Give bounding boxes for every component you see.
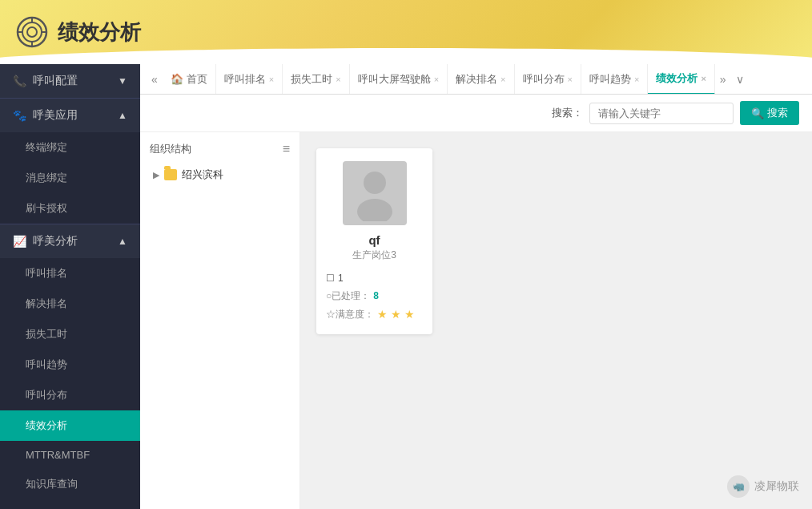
sidebar-item-call-dist[interactable]: 呼叫分布 xyxy=(0,380,140,410)
sidebar-item-lifecycle[interactable]: 事件全生命周期查询 xyxy=(0,499,140,509)
phone-icon: 📞 xyxy=(13,75,26,87)
person-stats: ☐ 1 ○已处理： 8 ☆满意度： ★ ★ ★ xyxy=(326,270,423,325)
person-card: qf 生产岗位3 ☐ 1 ○已处理： 8 ☆满意度： ★ xyxy=(316,148,432,334)
sidebar-sub-app: 终端绑定 消息绑定 刷卡授权 xyxy=(0,132,140,224)
tab-close-icon2[interactable]: × xyxy=(336,75,340,84)
tab-close-icon7[interactable]: × xyxy=(701,74,705,83)
chevron-up-icon: ▲ xyxy=(118,110,127,121)
tab-call-rank[interactable]: 呼叫排名 × xyxy=(216,64,283,95)
tab-call-dist[interactable]: 呼叫分布 × xyxy=(515,64,581,95)
sidebar-item-call-trend[interactable]: 呼叫趋势 xyxy=(0,349,140,380)
home-icon: 🏠 xyxy=(171,73,183,85)
page-title: 绩效分析 xyxy=(58,18,141,46)
search-input[interactable] xyxy=(589,103,734,124)
sidebar-item-msg-bind[interactable]: 消息绑定 xyxy=(0,163,140,193)
tab-close-icon5[interactable]: × xyxy=(568,75,573,84)
star-3: ★ xyxy=(404,305,415,325)
search-bar: 搜索： 🔍 搜索 xyxy=(140,95,812,132)
app-icon: 🐾 xyxy=(13,109,26,122)
chevron-up-icon2: ▲ xyxy=(118,236,127,247)
person-role: 生产岗位3 xyxy=(352,248,396,262)
process-icon: ○已处理： xyxy=(326,288,370,305)
sidebar-section-call-config: 📞 呼叫配置 ▼ xyxy=(0,64,140,99)
tab-call-trend[interactable]: 呼叫趋势 × xyxy=(581,64,648,95)
star-1: ★ xyxy=(377,305,388,325)
target-icon xyxy=(16,16,48,48)
org-title: 组织结构 xyxy=(150,142,191,156)
tab-close-icon4[interactable]: × xyxy=(500,75,505,84)
tab-close-icon[interactable]: × xyxy=(269,75,274,84)
chevron-down-icon: ▼ xyxy=(118,75,127,87)
chart-icon: 📈 xyxy=(13,235,26,248)
cards-area: qf 生产岗位3 ☐ 1 ○已处理： 8 ☆满意度： ★ xyxy=(300,132,812,509)
sidebar-item-call-config[interactable]: 📞 呼叫配置 ▼ xyxy=(0,64,140,98)
stat-satisfaction: ☆满意度： ★ ★ ★ xyxy=(326,305,423,325)
sidebar-item-loss-time[interactable]: 损失工时 xyxy=(0,319,140,349)
sidebar-item-resolve-rank[interactable]: 解决排名 xyxy=(0,289,140,319)
processed-value: 8 xyxy=(373,288,379,305)
sidebar-item-terminal-bind[interactable]: 终端绑定 xyxy=(0,132,140,163)
sidebar-item-call-rank[interactable]: 呼叫排名 xyxy=(0,258,140,289)
watermark-text: 凌犀物联 xyxy=(754,479,799,494)
org-menu-icon[interactable]: ≡ xyxy=(283,142,290,156)
tab-prev-btn[interactable]: « xyxy=(147,73,163,86)
tab-next-btn[interactable]: » xyxy=(715,73,731,86)
org-header: 组织结构 ≡ xyxy=(147,142,293,156)
watermark: 🦏 凌犀物联 xyxy=(727,475,799,498)
svg-point-1 xyxy=(22,22,42,42)
stat-call-count: ☐ 1 xyxy=(326,270,423,288)
svg-point-2 xyxy=(27,27,37,37)
sidebar-section-analysis: 📈 呼美分析 ▲ 呼叫排名 解决排名 损失工时 呼叫趋势 呼叫分布 绩效分析 M… xyxy=(0,224,140,509)
page-header: 绩效分析 xyxy=(0,0,812,64)
sidebar-item-card-auth[interactable]: 刷卡授权 xyxy=(0,193,140,224)
sidebar-item-knowledge[interactable]: 知识库查询 xyxy=(0,469,140,499)
search-icon: 🔍 xyxy=(751,107,764,119)
sidebar-section-app: 🐾 呼美应用 ▲ 终端绑定 消息绑定 刷卡授权 xyxy=(0,99,140,224)
tab-perf-analysis[interactable]: 绩效分析 × xyxy=(648,64,714,95)
folder-icon xyxy=(164,169,177,180)
search-button[interactable]: 🔍 搜索 xyxy=(740,101,799,125)
stat-processed: ○已处理： 8 xyxy=(326,288,423,305)
sidebar-item-perf-analysis[interactable]: 绩效分析 xyxy=(0,410,140,441)
tab-big-screen[interactable]: 呼叫大屏驾驶舱 × xyxy=(350,64,448,95)
sidebar-item-mttr[interactable]: MTTR&MTBF xyxy=(0,441,140,469)
tabs-bar: « 🏠 首页 呼叫排名 × 损失工时 × 呼叫大屏驾驶舱 × 解决排名 × xyxy=(140,64,812,95)
expand-icon: ▶ xyxy=(153,170,159,180)
call-icon: ☐ xyxy=(326,270,335,288)
content-area: « 🏠 首页 呼叫排名 × 损失工时 × 呼叫大屏驾驶舱 × 解决排名 × xyxy=(140,64,812,509)
search-label: 搜索： xyxy=(552,106,583,120)
tab-resolve-rank[interactable]: 解决排名 × xyxy=(448,64,514,95)
tab-close-icon3[interactable]: × xyxy=(434,75,439,84)
person-name: qf xyxy=(368,233,380,247)
body-split: 组织结构 ≡ ▶ 绍兴滨科 xyxy=(140,132,812,509)
sidebar-sub-analysis: 呼叫排名 解决排名 损失工时 呼叫趋势 呼叫分布 绩效分析 MTTR&MTBF … xyxy=(0,258,140,509)
star-2: ★ xyxy=(391,305,401,325)
sidebar-item-app[interactable]: 🐾 呼美应用 ▲ xyxy=(0,99,140,132)
tab-close-icon6[interactable]: × xyxy=(634,75,639,84)
org-node-root[interactable]: ▶ 绍兴滨科 xyxy=(147,164,293,185)
svg-point-8 xyxy=(357,199,392,221)
tab-dropdown-btn[interactable]: ∨ xyxy=(731,73,749,86)
avatar-svg xyxy=(351,165,399,221)
org-panel: 组织结构 ≡ ▶ 绍兴滨科 xyxy=(140,132,300,509)
sidebar: 📞 呼叫配置 ▼ 🐾 呼美应用 ▲ 终端绑定 消息绑定 刷卡授权 xyxy=(0,64,140,509)
tab-home[interactable]: 🏠 首页 xyxy=(163,64,216,95)
avatar xyxy=(343,161,407,225)
satisfaction-icon: ☆满意度： xyxy=(326,306,374,324)
tab-loss-time[interactable]: 损失工时 × xyxy=(283,64,349,95)
svg-point-7 xyxy=(364,172,386,194)
main-container: 📞 呼叫配置 ▼ 🐾 呼美应用 ▲ 终端绑定 消息绑定 刷卡授权 xyxy=(0,64,812,509)
sidebar-item-analysis[interactable]: 📈 呼美分析 ▲ xyxy=(0,224,140,258)
brand-icon: 🦏 xyxy=(727,475,750,498)
